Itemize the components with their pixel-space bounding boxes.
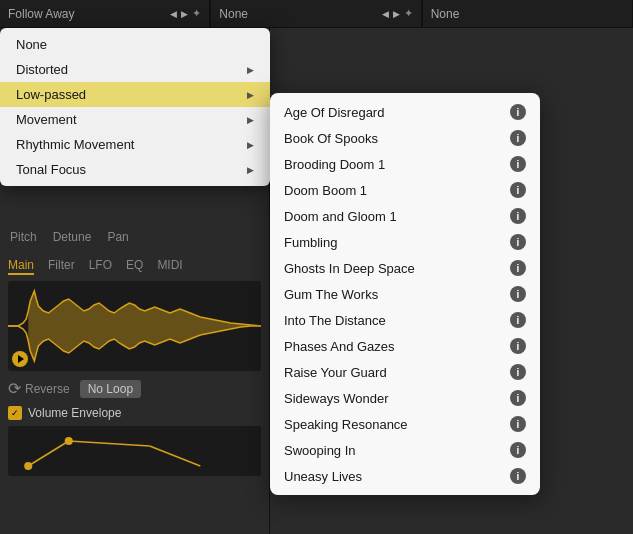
- dropdown-menu: None Distorted ▶ Low-passed ▶ Movement ▶…: [0, 28, 270, 186]
- info-icon-14[interactable]: i: [510, 468, 526, 484]
- info-icon-9[interactable]: i: [510, 338, 526, 354]
- info-icon-1[interactable]: i: [510, 130, 526, 146]
- submenu-item-sideways-wonder[interactable]: Sideways Wonder i: [270, 385, 540, 411]
- tab-filter[interactable]: Filter: [48, 258, 75, 275]
- chevron-tonal: ▶: [247, 165, 254, 175]
- info-icon-10[interactable]: i: [510, 364, 526, 380]
- submenu-item-uneasy-lives[interactable]: Uneasy Lives i: [270, 463, 540, 489]
- info-icon-5[interactable]: i: [510, 234, 526, 250]
- submenu-panel: Age Of Disregard i Book Of Spooks i Broo…: [270, 93, 540, 495]
- info-icon-7[interactable]: i: [510, 286, 526, 302]
- tab-eq[interactable]: EQ: [126, 258, 143, 275]
- submenu-item-into-the-distance[interactable]: Into The Distance i: [270, 307, 540, 333]
- chevron-movement: ▶: [247, 115, 254, 125]
- svg-line-4: [150, 446, 201, 466]
- tab-midi[interactable]: MIDI: [157, 258, 182, 275]
- menu-item-distorted[interactable]: Distorted ▶: [0, 57, 270, 82]
- submenu-item-brooding-doom-1[interactable]: Brooding Doom 1 i: [270, 151, 540, 177]
- svg-line-3: [69, 441, 150, 446]
- submenu-item-speaking-resonance[interactable]: Speaking Resonance i: [270, 411, 540, 437]
- reverse-button[interactable]: ⟳ Reverse: [8, 379, 70, 398]
- chevron-distorted: ▶: [247, 65, 254, 75]
- top-bar: Follow Away ◀ ▶ ✦ None ◀ ▶ ✦ None: [0, 0, 633, 28]
- volume-env-label: Volume Envelope: [28, 406, 121, 420]
- submenu-item-book-of-spooks[interactable]: Book Of Spooks i: [270, 125, 540, 151]
- none-title-1: None: [219, 7, 377, 21]
- info-icon-8[interactable]: i: [510, 312, 526, 328]
- info-icon-0[interactable]: i: [510, 104, 526, 120]
- nav-right-icon-1[interactable]: ▶: [393, 9, 400, 19]
- info-icon-11[interactable]: i: [510, 390, 526, 406]
- menu-item-low-passed[interactable]: Low-passed ▶: [0, 82, 270, 107]
- reverse-label: Reverse: [25, 382, 70, 396]
- follow-away-title: Follow Away: [8, 7, 166, 21]
- submenu-item-swooping-in[interactable]: Swooping In i: [270, 437, 540, 463]
- menu-item-tonal-focus[interactable]: Tonal Focus ▶: [0, 157, 270, 182]
- param-tab-pan[interactable]: Pan: [107, 230, 128, 244]
- reverse-toggle-icon: ⟳: [8, 379, 21, 398]
- star-icon-1[interactable]: ✦: [404, 7, 413, 20]
- menu-item-movement[interactable]: Movement ▶: [0, 107, 270, 132]
- submenu-item-doom-and-gloom-1[interactable]: Doom and Gloom 1 i: [270, 203, 540, 229]
- submenu-item-doom-boom-1[interactable]: Doom Boom 1 i: [270, 177, 540, 203]
- envelope-graph: [8, 426, 261, 476]
- submenu-item-fumbling[interactable]: Fumbling i: [270, 229, 540, 255]
- info-icon-2[interactable]: i: [510, 156, 526, 172]
- checkmark-icon: ✓: [11, 408, 19, 418]
- tab-lfo[interactable]: LFO: [89, 258, 112, 275]
- nav-left-icon-1[interactable]: ◀: [382, 9, 389, 19]
- play-button[interactable]: [12, 351, 28, 367]
- loop-button[interactable]: No Loop: [80, 380, 141, 398]
- svg-line-2: [28, 441, 68, 466]
- tab-main[interactable]: Main: [8, 258, 34, 275]
- menu-item-none[interactable]: None: [0, 32, 270, 57]
- submenu-item-ghosts-in-deep-space[interactable]: Ghosts In Deep Space i: [270, 255, 540, 281]
- submenu-item-raise-your-guard[interactable]: Raise Your Guard i: [270, 359, 540, 385]
- waveform-display: [8, 281, 261, 371]
- volume-env-checkbox[interactable]: ✓: [8, 406, 22, 420]
- nav-right-icon-0[interactable]: ▶: [181, 9, 188, 19]
- info-icon-13[interactable]: i: [510, 442, 526, 458]
- chevron-low-passed: ▶: [247, 90, 254, 100]
- menu-item-rhythmic-movement[interactable]: Rhythmic Movement ▶: [0, 132, 270, 157]
- param-tab-pitch[interactable]: Pitch: [10, 230, 37, 244]
- param-tab-detune[interactable]: Detune: [53, 230, 92, 244]
- info-icon-12[interactable]: i: [510, 416, 526, 432]
- info-icon-6[interactable]: i: [510, 260, 526, 276]
- loop-label: No Loop: [88, 382, 133, 396]
- nav-left-icon-0[interactable]: ◀: [170, 9, 177, 19]
- submenu-item-age-of-disregard[interactable]: Age Of Disregard i: [270, 99, 540, 125]
- star-icon-0[interactable]: ✦: [192, 7, 201, 20]
- none-title-2: None: [431, 7, 624, 21]
- chevron-rhythmic: ▶: [247, 140, 254, 150]
- info-icon-4[interactable]: i: [510, 208, 526, 224]
- submenu-item-phases-and-gazes[interactable]: Phases And Gazes i: [270, 333, 540, 359]
- submenu-item-gum-the-works[interactable]: Gum The Works i: [270, 281, 540, 307]
- info-icon-3[interactable]: i: [510, 182, 526, 198]
